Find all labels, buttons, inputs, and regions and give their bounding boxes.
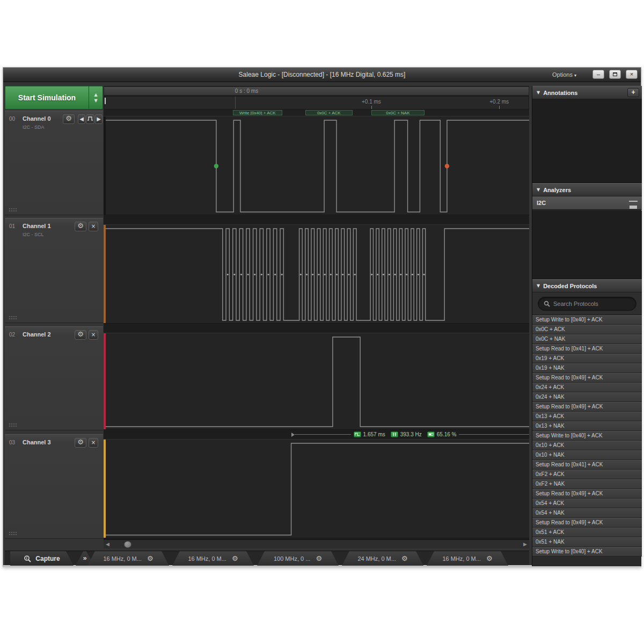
protocol-list-item[interactable]: 0x19 + ACK [532, 354, 642, 363]
gear-icon[interactable]: ⚙ [232, 555, 238, 562]
prev-edge-button[interactable]: ◀ [78, 114, 85, 124]
protocol-list-item[interactable]: 0x0C + ACK [532, 325, 642, 334]
minimize-button[interactable]: – [592, 70, 604, 79]
measurement-badge: 65.16 % [427, 431, 457, 437]
waveform-channel-3[interactable] [104, 439, 529, 538]
pulse-edge-button[interactable] [86, 114, 94, 124]
scroll-left-icon[interactable]: ◀ [106, 541, 109, 547]
options-menu[interactable]: Options ▾ [552, 71, 576, 78]
sample-dot [300, 274, 302, 275]
protocol-list-item[interactable]: 0x10 + ACK [532, 441, 642, 450]
protocol-list-item[interactable]: 0x13 + ACK [532, 412, 642, 421]
protocol-list-item[interactable]: 0x10 + NAK [532, 450, 642, 459]
edge-marker-icon[interactable] [214, 164, 218, 168]
sample-dot [371, 274, 372, 275]
analyzers-panel-header[interactable]: ▼ Analyzers + [532, 183, 642, 196]
menu-icon[interactable] [629, 201, 638, 206]
duty-cycle-icon [427, 431, 435, 437]
gear-icon[interactable]: ⚙ [147, 555, 153, 562]
protocol-list-item[interactable]: 0x51 + ACK [532, 528, 642, 537]
protocol-list-item[interactable]: 0x24 + ACK [532, 383, 642, 392]
horizontal-scrollbar[interactable]: ◀ ▶ [104, 539, 529, 548]
gear-icon[interactable]: ⚙ [401, 555, 408, 562]
gear-icon: ⚙ [77, 438, 84, 446]
protocol-list-item[interactable]: Setup Read to [0x49] + ACK [532, 402, 642, 411]
protocol-list-item[interactable]: 0x24 + NAK [532, 392, 642, 401]
timeline-header[interactable]: 0 s : 0 ms [104, 86, 529, 96]
protocol-list-item[interactable]: Setup Read to [0x49] + ACK [532, 518, 642, 527]
protocol-list-item[interactable]: 0x13 + NAK [532, 421, 642, 430]
right-sidebar: ▼ Annotations + ▼ Analyzers + I2C ▼ Deco… [532, 86, 641, 566]
add-annotation-button[interactable]: + [627, 88, 639, 97]
channel-row-0[interactable]: 00Channel 0I2C - SDA⚙◀▶ [5, 111, 103, 215]
gear-icon[interactable]: ⚙ [316, 555, 322, 562]
protocol-list-item[interactable]: 0x54 + NAK [532, 508, 642, 517]
channel-close-button[interactable]: × [89, 438, 98, 448]
device-tab-3[interactable]: 24 MHz, 0 M...⚙ [342, 551, 423, 566]
annotations-panel-body [532, 99, 642, 183]
measurement-value: 1.657 ms [363, 431, 385, 437]
annotations-panel-header[interactable]: ▼ Annotations + [532, 86, 642, 99]
sample-dot [274, 274, 276, 275]
channel-settings-button[interactable]: ⚙ [75, 330, 86, 340]
device-tab-2[interactable]: 100 MHz, 0 ...⚙ [257, 551, 339, 566]
protocol-list-item[interactable]: 0x0C + NAK [532, 334, 642, 343]
device-tab-4[interactable]: 16 MHz, 0 M...⚙ [427, 551, 508, 566]
channel-row-1[interactable]: 01Channel 1I2C - SCL⚙× [5, 218, 103, 323]
close-button[interactable]: × [626, 70, 638, 79]
next-edge-button[interactable]: ▶ [95, 114, 103, 124]
channel-close-button[interactable]: × [89, 222, 98, 231]
channel-settings-button[interactable]: ⚙ [75, 438, 86, 448]
sample-dot [336, 274, 338, 275]
scroll-right-icon[interactable]: ▶ [523, 541, 527, 547]
channel-settings-button[interactable]: ⚙ [63, 114, 75, 124]
protocol-list-item[interactable]: 0xF2 + ACK [532, 470, 642, 479]
channel-settings-button[interactable]: ⚙ [75, 222, 86, 231]
protocol-list-item[interactable]: Setup Read to [0x49] + ACK [532, 373, 642, 382]
chevron-up-icon: ▲ [94, 92, 97, 97]
capture-tab[interactable]: Capture [10, 551, 74, 566]
resize-grip-icon[interactable] [9, 531, 17, 535]
protocol-list-item[interactable]: Setup Write to [0x40] + ACK [532, 315, 642, 324]
edge-marker-icon[interactable] [445, 164, 449, 168]
sample-dot [389, 274, 390, 275]
channel-row-2[interactable]: 02Channel 2⚙× [5, 326, 103, 430]
protocol-list-item[interactable]: Setup Read to [0x41] + ACK [532, 460, 642, 469]
device-tab-1[interactable]: 16 MHz, 0 M...⚙ [172, 551, 254, 566]
channel-index: 00 [9, 116, 15, 122]
waveform-area[interactable]: 0 s : 0 ms +0.1 ms+0.2 ms Write [0x40] +… [104, 86, 529, 548]
maximize-button[interactable] [609, 70, 621, 79]
start-simulation-dropdown[interactable]: ▲ ▼ [89, 86, 103, 109]
waveform-channel-0[interactable] [104, 116, 529, 215]
gear-icon[interactable]: ⚙ [486, 555, 493, 562]
protocol-search-input[interactable] [553, 301, 628, 307]
sample-dot [261, 274, 262, 275]
sample-dot [394, 274, 396, 275]
protocol-list-item[interactable]: Setup Write to [0x40] + ACK [532, 431, 642, 440]
device-tab-0[interactable]: 16 MHz, 0 M...⚙ [87, 551, 169, 566]
scrollbar-thumb[interactable] [124, 541, 131, 548]
waveform-channel-1[interactable] [104, 224, 529, 324]
resize-grip-icon[interactable] [9, 208, 17, 211]
waveform-channel-2[interactable] [104, 333, 529, 430]
device-tab-label: 16 MHz, 0 M... [442, 555, 481, 562]
channel-close-button[interactable]: × [89, 330, 98, 340]
protocol-list-item[interactable]: Setup Read to [0x49] + ACK [532, 489, 642, 498]
decoded-protocols-header[interactable]: ▼ Decoded Protocols ⚙ [532, 279, 642, 292]
waveform-plot [104, 333, 529, 430]
protocol-search-box[interactable] [538, 297, 636, 311]
channel-row-3[interactable]: 03Channel 3⚙× [5, 434, 103, 539]
measurement-badge: 393.3 Hz [391, 431, 422, 437]
protocol-list-item[interactable]: 0x54 + ACK [532, 499, 642, 508]
protocol-list-item[interactable]: Setup Read to [0x41] + ACK [532, 344, 642, 353]
measurement-overlay: 1.657 ms393.3 Hz65.16 % [291, 431, 529, 438]
protocol-list-item[interactable]: 0x51 + NAK [532, 537, 642, 546]
analyzer-item-i2c[interactable]: I2C [532, 196, 642, 210]
resize-grip-icon[interactable] [9, 423, 17, 427]
protocol-list-item[interactable]: 0x19 + NAK [532, 363, 642, 372]
protocol-list-item[interactable]: 0xF2 + NAK [532, 479, 642, 488]
start-simulation-button[interactable]: Start Simulation ▲ ▼ [5, 86, 103, 109]
timeline-ruler[interactable]: +0.1 ms+0.2 ms [104, 96, 529, 109]
resize-grip-icon[interactable] [9, 316, 17, 319]
protocol-list-item[interactable]: Setup Write to [0x40] + ACK [532, 547, 642, 556]
